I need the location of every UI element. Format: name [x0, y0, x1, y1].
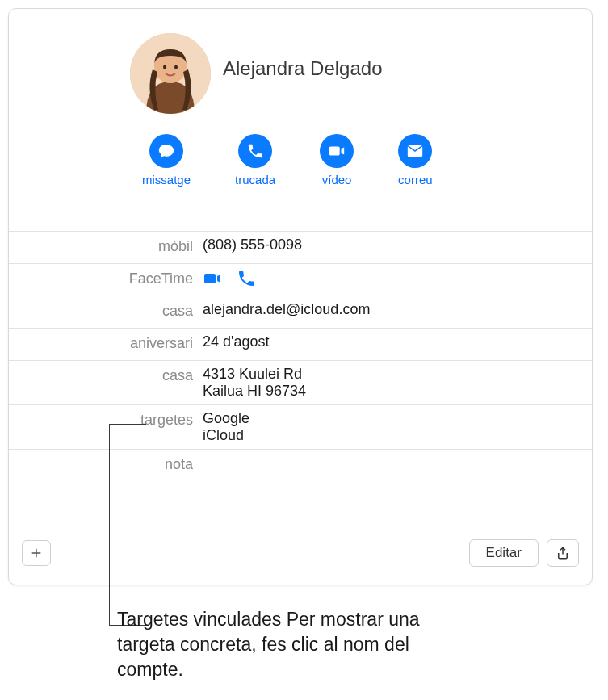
svg-point-3: [174, 65, 178, 69]
value-mobile[interactable]: (808) 555-0098: [203, 237, 576, 254]
linked-card-google[interactable]: Google: [203, 410, 576, 427]
edit-button[interactable]: Editar: [469, 539, 539, 567]
phone-icon: [238, 134, 272, 168]
call-label: trucada: [235, 173, 275, 187]
video-label: vídeo: [322, 173, 352, 187]
mail-button[interactable]: correu: [398, 134, 433, 187]
call-button[interactable]: trucada: [235, 134, 275, 187]
svg-point-2: [163, 65, 166, 69]
contact-name: Alejandra Delgado: [223, 57, 382, 80]
action-bar: missatge trucada vídeo correu: [142, 134, 433, 187]
callout-text: Targetes vinculades Per mostrar una targ…: [117, 607, 472, 682]
addr-line1: 4313 Kuulei Rd: [203, 366, 576, 383]
value-anniversary[interactable]: 24 d'agost: [203, 333, 576, 350]
contact-card: Alejandra Delgado missatge trucada vídeo…: [8, 8, 593, 585]
mail-label: correu: [398, 173, 433, 187]
row-home-address: casa 4313 Kuulei Rd Kailua HI 96734: [9, 360, 592, 404]
label-anniversary: aniversari: [9, 333, 203, 352]
message-icon: [149, 134, 183, 168]
video-icon: [320, 134, 354, 168]
add-button[interactable]: [22, 540, 51, 566]
row-home-email: casa alejandra.del@icloud.com: [9, 296, 592, 328]
value-cards: Google iCloud: [203, 410, 576, 444]
row-anniversary: aniversari 24 d'agost: [9, 328, 592, 360]
facetime-video-icon[interactable]: [203, 269, 222, 288]
label-home-email: casa: [9, 301, 203, 320]
share-button[interactable]: [547, 539, 579, 567]
card-footer: Editar: [9, 533, 592, 573]
row-mobile: mòbil (808) 555-0098: [9, 231, 592, 263]
video-button[interactable]: vídeo: [320, 134, 354, 187]
row-facetime: FaceTime: [9, 263, 592, 296]
mail-icon: [398, 134, 432, 168]
linked-card-icloud[interactable]: iCloud: [203, 427, 576, 444]
value-home-email[interactable]: alejandra.del@icloud.com: [203, 301, 576, 318]
plus-icon: [30, 547, 43, 560]
label-cards: targetes: [9, 410, 203, 429]
value-home-address[interactable]: 4313 Kuulei Rd Kailua HI 96734: [203, 366, 576, 400]
label-home-address: casa: [9, 366, 203, 384]
row-note: nota: [9, 449, 592, 481]
label-note: nota: [9, 455, 203, 473]
facetime-audio-icon[interactable]: [237, 269, 256, 288]
avatar[interactable]: [130, 33, 211, 114]
message-button[interactable]: missatge: [142, 134, 191, 187]
label-facetime: FaceTime: [9, 269, 203, 287]
value-facetime: [203, 269, 576, 288]
label-mobile: mòbil: [9, 237, 203, 255]
fields-list: mòbil (808) 555-0098 FaceTime casa aleja…: [9, 231, 592, 481]
row-cards: targetes Google iCloud: [9, 404, 592, 449]
addr-line2: Kailua HI 96734: [203, 383, 576, 400]
share-icon: [556, 545, 570, 561]
message-label: missatge: [142, 173, 191, 187]
